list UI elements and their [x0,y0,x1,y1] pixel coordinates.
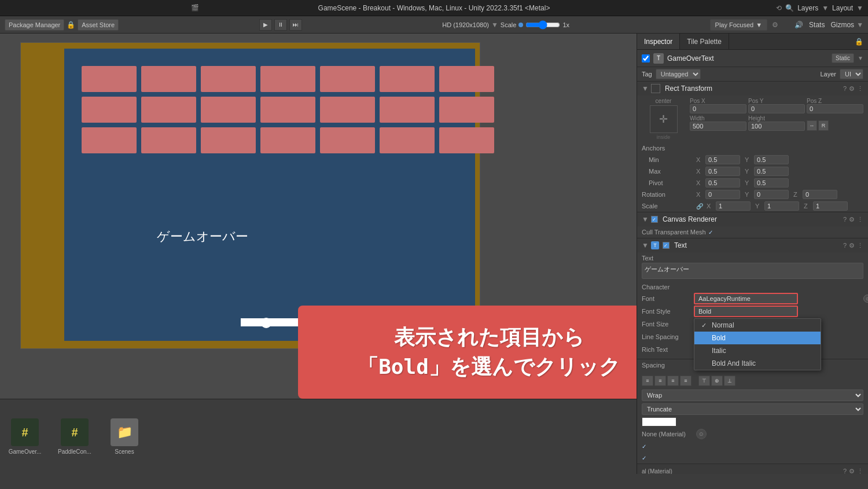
scale-slider[interactable] [525,21,560,29]
rot-x-input[interactable] [705,190,740,199]
pivot-y-input[interactable] [754,178,789,187]
font-style-label: Font Style [642,308,694,315]
font-dropdown-btn[interactable]: AaLegacyRuntime [694,293,798,304]
pos-y-input[interactable] [748,104,805,113]
asset-store-btn[interactable]: Asset Store [78,19,119,31]
color-picker[interactable] [642,417,676,427]
align-justify-btn[interactable]: ≡ [680,376,692,386]
more-icon[interactable]: ⋮ [857,85,863,93]
brick [439,127,494,153]
canvas-renderer-checkbox[interactable]: ✓ [651,216,658,223]
pause-btn[interactable]: ⏸ [274,19,287,31]
step-btn[interactable]: ⏭ [289,19,302,31]
settings-icon[interactable]: ⚙ [849,242,855,249]
object-active-checkbox[interactable] [642,54,650,62]
paddle-icon: # [61,418,89,446]
question-icon[interactable]: ? [843,85,847,92]
dropdown-item-bold-italic[interactable]: Bold And Italic [694,357,821,370]
more-icon[interactable]: ⋮ [857,242,863,249]
object-header: T GameOverText Static ▼ [637,50,868,67]
pivot-row: Pivot X Y [637,177,868,189]
text-component-header[interactable]: ▼ T ✓ Text ? ⚙ ⋮ [637,238,868,252]
settings-icon[interactable]: ⚙ [849,216,855,223]
anchor-widget[interactable]: ✛ [650,105,678,133]
lock-panel-icon[interactable]: 🔒 [855,38,863,46]
scale-label: Scale [501,21,517,28]
width-input[interactable] [690,122,746,131]
rot-z-input[interactable] [803,190,837,199]
section-icons: ? ⚙ ⋮ [843,242,863,249]
static-dropdown[interactable]: ▼ [858,55,863,61]
tab-tile-palette[interactable]: Tile Palette [680,34,729,49]
dropdown-icon[interactable]: ▼ [822,4,829,12]
more-icon[interactable]: ⋮ [857,216,863,223]
anchor-max-x-input[interactable] [705,167,740,176]
dropdown-item-normal[interactable]: ✓ Normal [694,319,821,332]
anchor-min-x-input[interactable] [705,155,740,164]
scale-z: Z [804,201,848,211]
resolution-dropdown[interactable]: ▼ [491,21,498,29]
align-bottom-btn[interactable]: ⊥ [724,376,735,386]
asset-item-paddle[interactable]: # PaddleCon... [54,418,95,455]
truncate-select[interactable]: Truncate [642,403,863,415]
font-dropdown-container: AaLegacyRuntime ⊙ [694,293,863,304]
brick [320,127,375,153]
more-icon[interactable]: ⋮ [857,468,863,475]
text-component-checkbox[interactable]: ✓ [663,242,670,249]
rot-y-input[interactable] [754,190,789,199]
gizmos-btn[interactable]: Gizmos [830,21,854,29]
align-middle-btn[interactable]: ⊕ [711,376,723,386]
layout-dropdown-icon[interactable]: ▼ [856,4,863,12]
brick [82,127,137,153]
material-circle-btn[interactable]: ⊙ [696,429,707,439]
anchor-min-y-input[interactable] [754,155,789,164]
align-top-btn[interactable]: ⊤ [698,376,710,386]
text-component-title: Text [674,241,841,249]
speaker-icon[interactable]: 🔊 [795,21,803,29]
stats-btn[interactable]: Stats [809,21,825,29]
height-input[interactable] [748,122,805,131]
font-circle-btn[interactable]: ⊙ [863,295,868,303]
align-right-btn[interactable]: ≡ [667,376,679,386]
package-manager-btn[interactable]: Package Manager [5,19,64,31]
static-btn[interactable]: Static [832,53,854,63]
inspector-panel: Inspector Tile Palette 🔒 T GameOverText … [637,34,868,474]
search-icon[interactable]: 🔍 [785,4,794,12]
play-focused-btn[interactable]: Play Focused ▼ [710,19,768,31]
play-btn[interactable]: ▶ [259,19,272,31]
scale-x-input[interactable] [716,201,751,211]
pos-z-input[interactable] [807,104,863,113]
dropdown-item-bold[interactable]: Bold [694,332,821,344]
asset-item-gameover[interactable]: # GameOver... [5,418,45,455]
brick [380,66,435,92]
question-icon[interactable]: ? [843,216,847,223]
settings-icon[interactable]: ⚙ [849,85,855,93]
dropdown-item-italic[interactable]: Italic [694,344,821,357]
gizmos-dropdown[interactable]: ▼ [856,21,863,29]
pos-x-input[interactable] [690,104,746,113]
current-font-style: Bold [698,308,711,315]
pivot-x-input[interactable] [705,178,740,187]
tag-select[interactable]: Untagged [656,69,701,79]
question-icon[interactable]: ? [843,242,847,249]
bottom-material-header[interactable]: al (Material) ? ⚙ ⋮ [637,464,868,474]
scale-z-input[interactable] [813,201,848,211]
question-icon[interactable]: ? [843,468,847,474]
layer-select[interactable]: UI [840,69,863,79]
align-center-btn[interactable]: ≡ [654,376,666,386]
tab-inspector[interactable]: Inspector [637,34,680,49]
canvas-renderer-header[interactable]: ▼ ✓ Canvas Renderer ? ⚙ ⋮ [637,212,868,226]
wrap-select[interactable]: Wrap [642,389,863,401]
settings-icon[interactable]: ⚙ [772,21,778,29]
rect-transform-header[interactable]: ▼ Rect Transform ? ⚙ ⋮ [637,82,868,95]
align-left-btn[interactable]: ≡ [642,376,653,386]
history-icon[interactable]: ⟲ [776,4,782,12]
font-style-btn[interactable]: Bold [694,306,798,317]
resize-btn-2[interactable]: R [818,120,829,131]
scale-y-input[interactable] [764,201,799,211]
anchor-max-y-input[interactable] [754,167,789,176]
resize-btn-1[interactable]: ↔ [807,120,817,131]
layers-label[interactable]: Layers [797,4,818,12]
asset-item-scenes[interactable]: 📁 Scenes [104,418,145,455]
settings-icon[interactable]: ⚙ [849,468,855,475]
